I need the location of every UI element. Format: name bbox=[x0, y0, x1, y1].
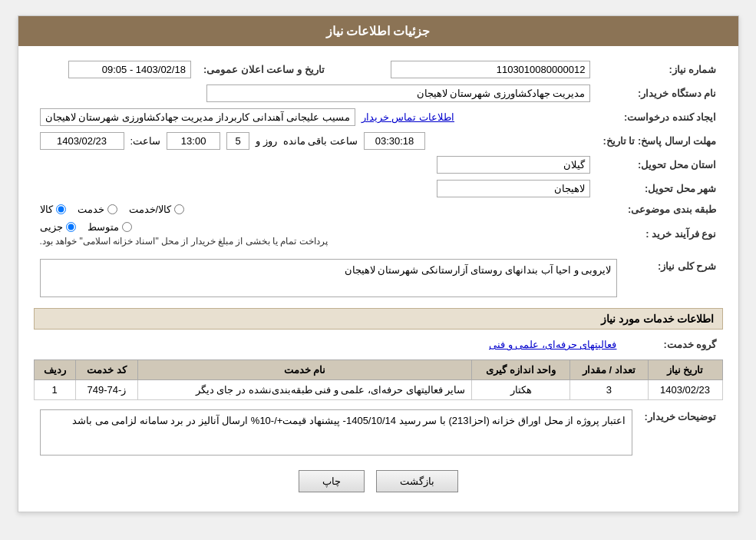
need-description-table: شرح کلی نیاز: لایروبی و احیا آب بندانهای… bbox=[34, 256, 723, 300]
services-section-title: اطلاعات خدمات مورد نیاز bbox=[34, 308, 723, 330]
buyer-notes-table: توضیحات خریدار: اعتبار پروژه از محل اورا… bbox=[34, 406, 723, 459]
row-deadline: مهلت ارسال پاسخ: تا تاریخ: 03:30:18 ساعت… bbox=[34, 129, 723, 153]
radio-kala-khadamat[interactable] bbox=[174, 204, 184, 214]
process-label: نوع فرآیند خرید : bbox=[596, 218, 722, 250]
radio-jazei[interactable] bbox=[66, 222, 76, 232]
process-note: پرداخت تمام یا بخشی از مبلغ خریدار از مح… bbox=[40, 236, 328, 247]
need-description-value: لایروبی و احیا آب بندانهای روستای آزارست… bbox=[40, 259, 617, 297]
deadline-days: 5 bbox=[226, 132, 249, 150]
content-area: شماره نیاز: 1103010080000012 تاریخ و ساع… bbox=[18, 46, 738, 512]
cell-row: 1 bbox=[34, 380, 75, 400]
deadline-time-label: ساعت: bbox=[130, 135, 161, 147]
header-row: تاریخ نیاز تعداد / مقدار واحد اندازه گیر… bbox=[34, 360, 722, 380]
city-label: شهر محل تحویل: bbox=[596, 177, 722, 200]
col-qty-header: تعداد / مقدار bbox=[570, 360, 648, 380]
row-need-desc: شرح کلی نیاز: لایروبی و احیا آب بندانهای… bbox=[34, 256, 723, 300]
process-motavaset: متوسط bbox=[87, 221, 132, 233]
buyer-notes-label: توضیحات خریدار: bbox=[639, 406, 723, 459]
deadline-remaining-label: ساعت باقی مانده bbox=[283, 135, 358, 147]
province-label: استان محل تحویل: bbox=[596, 153, 722, 177]
contact-link[interactable]: اطلاعات تماس خریدار bbox=[361, 111, 454, 123]
need-number-label: شماره نیاز: bbox=[596, 58, 722, 81]
info-table: شماره نیاز: 1103010080000012 تاریخ و ساع… bbox=[34, 58, 723, 250]
cell-qty: 3 bbox=[570, 380, 648, 400]
announcement-value: 1403/02/18 - 09:05 bbox=[68, 61, 191, 78]
deadline-days-label: روز و bbox=[256, 135, 277, 147]
process-jazei-label: جزیی bbox=[40, 221, 63, 233]
row-need-number: شماره نیاز: 1103010080000012 تاریخ و ساع… bbox=[34, 58, 723, 81]
city-value: لاهیجان bbox=[437, 180, 590, 197]
services-table: تاریخ نیاز تعداد / مقدار واحد اندازه گیر… bbox=[34, 359, 723, 400]
row-process: نوع فرآیند خرید : متوسط جزیی bbox=[34, 218, 723, 250]
page-title: جزئیات اطلاعات نیاز bbox=[326, 25, 431, 38]
deadline-label: مهلت ارسال پاسخ: تا تاریخ: bbox=[596, 129, 722, 153]
announcement-label: تاریخ و ساعت اعلان عمومی: bbox=[197, 58, 340, 81]
cell-unit: هکتار bbox=[472, 380, 570, 400]
back-button[interactable]: بازگشت bbox=[376, 470, 458, 492]
col-code-header: کد خدمت bbox=[75, 360, 137, 380]
row-creator: ایجاد کننده درخواست: اطلاعات تماس خریدار… bbox=[34, 105, 723, 129]
main-container: جزئیات اطلاعات نیاز شماره نیاز: 11030100… bbox=[18, 15, 739, 512]
category-kala-khadamat-label: کالا/خدمت bbox=[129, 204, 172, 215]
cell-date: 1403/02/23 bbox=[648, 380, 722, 400]
radio-khadamat[interactable] bbox=[107, 204, 117, 214]
cell-name: سایر فعالیتهای حرفه‌ای، علمی و فنی طبقه‌… bbox=[137, 380, 471, 400]
category-kala: کالا bbox=[40, 204, 66, 215]
button-row: بازگشت چاپ bbox=[34, 470, 723, 492]
row-buyer-org: نام دستگاه خریدار: مدیریت جهادکشاورزی شه… bbox=[34, 81, 723, 105]
category-khadamat: خدمت bbox=[78, 204, 117, 215]
row-category: طبقه بندی موضوعی: کالا/خدمت خدمت bbox=[34, 200, 723, 218]
services-table-body: 1403/02/23 3 هکتار سایر فعالیتهای حرفه‌ا… bbox=[34, 380, 722, 400]
process-motavaset-label: متوسط bbox=[87, 221, 119, 233]
row-buyer-notes: توضیحات خریدار: اعتبار پروژه از محل اورا… bbox=[34, 406, 723, 459]
buyer-org-label: نام دستگاه خریدار: bbox=[596, 81, 722, 105]
category-kala-label: کالا bbox=[40, 204, 53, 215]
col-row-header: ردیف bbox=[34, 360, 75, 380]
col-date-header: تاریخ نیاز bbox=[648, 360, 722, 380]
col-unit-header: واحد اندازه گیری bbox=[472, 360, 570, 380]
category-label: طبقه بندی موضوعی: bbox=[596, 200, 722, 218]
col-name-header: نام خدمت bbox=[137, 360, 471, 380]
services-table-header: تاریخ نیاز تعداد / مقدار واحد اندازه گیر… bbox=[34, 360, 722, 380]
process-jazei: جزیی bbox=[40, 221, 76, 233]
cell-code: ز-74-749 bbox=[75, 380, 137, 400]
service-group-table: گروه خدمت: فعالیتهای حرفه‌ای، علمی و فنی bbox=[34, 336, 723, 353]
province-value: گیلان bbox=[437, 156, 590, 174]
radio-kala[interactable] bbox=[56, 204, 66, 214]
row-city: شهر محل تحویل: لاهیجان bbox=[34, 177, 723, 200]
buyer-org-value: مدیریت جهادکشاورزی شهرستان لاهیجان bbox=[206, 84, 590, 102]
deadline-date: 1403/02/23 bbox=[40, 132, 124, 150]
service-group-value[interactable]: فعالیتهای حرفه‌ای، علمی و فنی bbox=[489, 339, 616, 350]
category-kala-khadamat: کالا/خدمت bbox=[129, 204, 185, 215]
creator-label: ایجاد کننده درخواست: bbox=[596, 105, 722, 129]
page-header: جزئیات اطلاعات نیاز bbox=[18, 16, 738, 46]
deadline-remaining: 03:30:18 bbox=[364, 132, 425, 150]
service-group-label: گروه خدمت: bbox=[623, 336, 723, 353]
buyer-notes-value: اعتبار پروژه از محل اوراق خزانه (احزا213… bbox=[40, 409, 632, 456]
radio-motavaset[interactable] bbox=[122, 222, 132, 232]
creator-value: مسیب علیجانی آهندانی کاربرداز مدیریت جها… bbox=[40, 108, 355, 126]
category-khadamat-label: خدمت bbox=[78, 204, 104, 215]
need-description-label: شرح کلی نیاز: bbox=[623, 256, 723, 300]
row-service-group: گروه خدمت: فعالیتهای حرفه‌ای، علمی و فنی bbox=[34, 336, 723, 353]
deadline-time: 13:00 bbox=[167, 132, 220, 150]
print-button[interactable]: چاپ bbox=[299, 470, 365, 492]
table-row: 1403/02/23 3 هکتار سایر فعالیتهای حرفه‌ا… bbox=[34, 380, 722, 400]
need-number-value: 1103010080000012 bbox=[391, 61, 590, 78]
row-province: استان محل تحویل: گیلان bbox=[34, 153, 723, 177]
